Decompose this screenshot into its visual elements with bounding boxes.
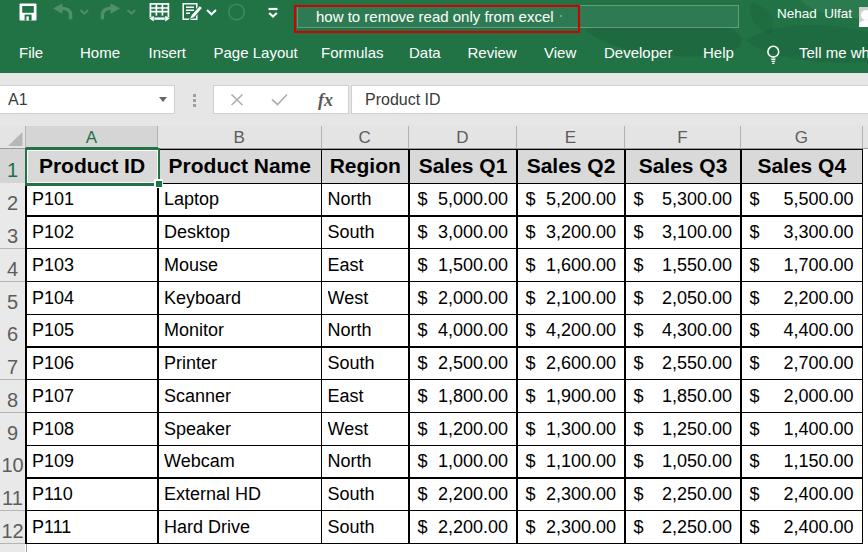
svg-text:fx: fx (318, 90, 333, 110)
